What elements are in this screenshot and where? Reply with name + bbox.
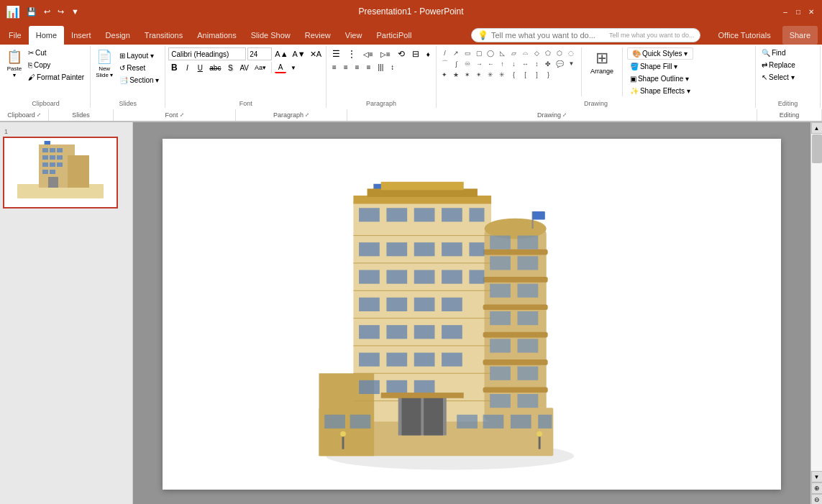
align-left-button[interactable]: ≡ (329, 62, 339, 73)
save-button[interactable]: 💾 (24, 6, 39, 18)
font-name-input[interactable] (168, 47, 246, 60)
shape-star8[interactable]: ✴ (474, 69, 485, 80)
shape-brace-right[interactable]: } (543, 69, 554, 80)
arrange-button[interactable]: ⊞ Arrange (586, 47, 618, 76)
font-group-label-cell[interactable]: Font ⤢ (114, 109, 236, 121)
section-button[interactable]: 📑 Section ▾ (117, 75, 162, 86)
office-tutorials-link[interactable]: Office Tutorials (711, 26, 777, 45)
format-painter-button[interactable]: 🖌 Format Painter (25, 72, 87, 83)
paragraph-group-label-cell[interactable]: Paragraph ⤢ (236, 109, 347, 121)
strikethrough-button[interactable]: abc (207, 63, 223, 73)
paste-button[interactable]: 📋 Paste ▼ (4, 47, 24, 79)
shape-arc[interactable]: ⌒ (439, 58, 450, 69)
find-button[interactable]: 🔍 Find (759, 47, 788, 58)
shape-up-arrow[interactable]: ↑ (497, 58, 508, 69)
shape-rounded-rect[interactable]: ▢ (474, 47, 485, 58)
shape-heptagon[interactable]: ◌ (566, 47, 577, 58)
scroll-extra-2[interactable]: ⊖ (811, 494, 823, 504)
shape-right-arrow[interactable]: → (474, 58, 485, 69)
shape-parallelogram[interactable]: ▱ (508, 47, 519, 58)
shape-diamond[interactable]: ◇ (531, 47, 542, 58)
shape-circle[interactable]: ◯ (485, 47, 496, 58)
shape-star4[interactable]: ✦ (439, 69, 450, 80)
shape-up-down-arrow[interactable]: ↕ (531, 58, 542, 69)
tab-participoll[interactable]: ParticiPoll (369, 26, 419, 45)
select-button[interactable]: ↖ Select ▾ (759, 72, 798, 83)
slide-1-thumbnail[interactable] (3, 137, 118, 209)
shadow-button[interactable]: S (224, 63, 236, 73)
shape-effects-button[interactable]: ✨ Shape Effects ▾ (627, 86, 693, 96)
font-color-dropdown[interactable]: ▼ (288, 64, 299, 72)
shape-down-arrow[interactable]: ↓ (508, 58, 519, 69)
shape-trapezoid[interactable]: ⌓ (520, 47, 531, 58)
shape-curve[interactable]: ∫ (451, 58, 462, 69)
shape-star6[interactable]: ✶ (462, 69, 473, 80)
editing-group-label-cell[interactable]: Editing (757, 109, 822, 121)
cut-button[interactable]: ✂ Cut (25, 47, 87, 58)
shape-freeform[interactable]: ♾ (462, 58, 473, 69)
close-button[interactable]: ✕ (806, 6, 816, 17)
spacing-button[interactable]: AV (237, 63, 251, 73)
text-direction-button[interactable]: ⟲ (395, 47, 408, 60)
indent-less-button[interactable]: ◁≡ (360, 49, 376, 60)
convert-smartart-button[interactable]: ♦ (424, 49, 433, 60)
grow-font-button[interactable]: A▲ (273, 50, 289, 58)
reset-button[interactable]: ↺ Reset (117, 63, 162, 73)
align-text-button[interactable]: ⊟ (409, 47, 422, 60)
canvas-area[interactable] (133, 122, 810, 504)
redo-button[interactable]: ↪ (55, 6, 66, 18)
tab-home[interactable]: Home (29, 26, 64, 45)
layout-button[interactable]: ⊞ Layout ▾ (117, 50, 162, 61)
shape-more[interactable]: ▼ (566, 58, 577, 69)
shape-star16[interactable]: ✳ (497, 69, 508, 80)
clipboard-group-label-cell[interactable]: Clipboard ⤢ (0, 109, 49, 121)
align-center-button[interactable]: ≡ (341, 62, 351, 73)
tab-review[interactable]: Review (298, 26, 338, 45)
bold-button[interactable]: B (168, 62, 180, 73)
change-case-button[interactable]: Aa▾ (252, 63, 268, 72)
shape-left-right-arrow[interactable]: ↔ (520, 58, 531, 69)
shape-bracket-right[interactable]: ] (531, 69, 542, 80)
slides-group-label-cell[interactable]: Slides (49, 109, 114, 121)
align-right-button[interactable]: ≡ (352, 62, 362, 73)
shape-bracket-left[interactable]: [ (520, 69, 531, 80)
vertical-scrollbar[interactable]: ▲ ▼ ⊕ ⊖ (810, 122, 822, 504)
shape-outline-button[interactable]: ▣ Shape Outline ▾ (627, 73, 693, 84)
tab-transitions[interactable]: Transitions (137, 26, 190, 45)
copy-button[interactable]: ⎘ Copy (25, 60, 87, 70)
indent-more-button[interactable]: ▷≡ (378, 49, 393, 60)
clear-format-button[interactable]: ✕A (309, 50, 323, 59)
shape-left-arrow[interactable]: ← (485, 58, 496, 69)
minimize-button[interactable]: – (780, 6, 790, 17)
shape-callout[interactable]: 💬 (554, 58, 565, 69)
numbers-button[interactable]: ⋮ (344, 47, 359, 60)
scroll-up-button[interactable]: ▲ (811, 122, 823, 134)
quick-styles-button[interactable]: 🎨 Quick Styles ▾ (627, 47, 693, 60)
font-color-button[interactable]: A (275, 63, 286, 73)
restore-button[interactable]: □ (793, 6, 803, 17)
drawing-group-label-cell[interactable]: Drawing ⤢ (347, 109, 757, 121)
scroll-down-button[interactable]: ▼ (811, 471, 823, 482)
font-size-input[interactable] (247, 47, 272, 60)
tab-animations[interactable]: Animations (190, 26, 243, 45)
columns-button[interactable]: ||| (375, 62, 386, 73)
underline-button[interactable]: U (194, 63, 206, 73)
tab-design[interactable]: Design (99, 26, 137, 45)
shape-rect[interactable]: ▭ (462, 47, 473, 58)
bullets-button[interactable]: ☰ (329, 47, 343, 60)
customize-qat-button[interactable]: ▼ (69, 6, 81, 17)
shrink-font-button[interactable]: A▼ (291, 50, 307, 58)
slide-canvas[interactable] (163, 139, 781, 490)
share-button[interactable]: Share (782, 26, 818, 45)
scroll-thumb[interactable] (812, 134, 822, 163)
undo-button[interactable]: ↩ (42, 6, 52, 18)
tell-me-input[interactable] (491, 31, 606, 40)
new-slide-button[interactable]: 📄 NewSlide ▾ (93, 47, 115, 80)
shape-star10[interactable]: ✳ (485, 69, 496, 80)
tell-me-box[interactable]: 💡 Tell me what you want to do... (471, 28, 701, 42)
shape-quad-arrow[interactable]: ✤ (543, 58, 554, 69)
scroll-extra-1[interactable]: ⊕ (811, 482, 823, 494)
shape-arrow-diagonal[interactable]: ↗ (451, 47, 462, 58)
shape-right-triangle[interactable]: ◺ (497, 47, 508, 58)
tab-file[interactable]: File (1, 26, 29, 45)
